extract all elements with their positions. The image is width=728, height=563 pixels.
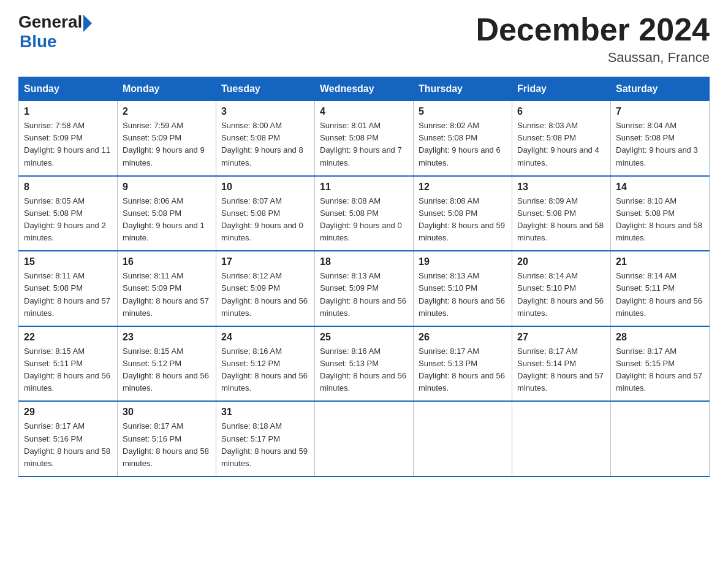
day-number: 8: [24, 182, 112, 193]
table-row: 22 Sunrise: 8:15 AMSunset: 5:11 PMDaylig…: [19, 326, 118, 402]
day-number: 30: [123, 407, 211, 418]
day-info: Sunrise: 8:01 AMSunset: 5:08 PMDaylight:…: [320, 121, 402, 167]
day-number: 20: [517, 256, 605, 267]
table-row: 17 Sunrise: 8:12 AMSunset: 5:09 PMDaylig…: [216, 251, 315, 326]
logo-arrow-icon: [83, 15, 92, 32]
day-number: 18: [320, 256, 408, 267]
day-number: 12: [419, 182, 507, 193]
table-row: 29 Sunrise: 8:17 AMSunset: 5:16 PMDaylig…: [19, 401, 118, 477]
table-row: 8 Sunrise: 8:05 AMSunset: 5:08 PMDayligh…: [19, 176, 118, 251]
table-row: 24 Sunrise: 8:16 AMSunset: 5:12 PMDaylig…: [216, 326, 315, 402]
table-row: 15 Sunrise: 8:11 AMSunset: 5:08 PMDaylig…: [19, 251, 118, 326]
day-info: Sunrise: 8:11 AMSunset: 5:08 PMDaylight:…: [24, 271, 110, 317]
table-row: 12 Sunrise: 8:08 AMSunset: 5:08 PMDaylig…: [414, 176, 512, 251]
day-number: 6: [517, 106, 605, 117]
day-info: Sunrise: 8:09 AMSunset: 5:08 PMDaylight:…: [517, 196, 604, 242]
table-row: 3 Sunrise: 8:00 AMSunset: 5:08 PMDayligh…: [216, 101, 315, 176]
calendar-body: 1 Sunrise: 7:58 AMSunset: 5:09 PMDayligh…: [19, 101, 710, 477]
location-subtitle: Saussan, France: [476, 50, 710, 66]
day-info: Sunrise: 8:12 AMSunset: 5:09 PMDaylight:…: [221, 271, 308, 317]
day-info: Sunrise: 8:17 AMSunset: 5:16 PMDaylight:…: [123, 421, 209, 467]
calendar-table: Sunday Monday Tuesday Wednesday Thursday…: [18, 77, 710, 477]
day-number: 2: [123, 106, 211, 117]
day-number: 9: [123, 182, 211, 193]
day-number: 22: [24, 332, 112, 343]
table-row: 14 Sunrise: 8:10 AMSunset: 5:08 PMDaylig…: [611, 176, 710, 251]
day-number: 21: [616, 256, 704, 267]
day-info: Sunrise: 8:00 AMSunset: 5:08 PMDaylight:…: [221, 121, 303, 167]
table-row: 25 Sunrise: 8:16 AMSunset: 5:13 PMDaylig…: [315, 326, 414, 402]
table-row: 23 Sunrise: 8:15 AMSunset: 5:12 PMDaylig…: [118, 326, 216, 402]
table-row: 26 Sunrise: 8:17 AMSunset: 5:13 PMDaylig…: [414, 326, 512, 402]
col-saturday: Saturday: [611, 77, 710, 101]
day-number: 24: [221, 332, 309, 343]
table-row: 1 Sunrise: 7:58 AMSunset: 5:09 PMDayligh…: [19, 101, 118, 176]
page-header: General Blue December 2024 Saussan, Fran…: [18, 12, 710, 66]
day-number: 13: [517, 182, 605, 193]
day-number: 15: [24, 256, 112, 267]
day-number: 1: [24, 106, 112, 117]
table-row: 10 Sunrise: 8:07 AMSunset: 5:08 PMDaylig…: [216, 176, 315, 251]
day-info: Sunrise: 8:13 AMSunset: 5:09 PMDaylight:…: [320, 271, 406, 317]
day-info: Sunrise: 8:08 AMSunset: 5:08 PMDaylight:…: [419, 196, 505, 242]
day-number: 4: [320, 106, 408, 117]
col-friday: Friday: [512, 77, 611, 101]
day-number: 28: [616, 332, 704, 343]
day-number: 5: [419, 106, 507, 117]
table-row: 28 Sunrise: 8:17 AMSunset: 5:15 PMDaylig…: [611, 326, 710, 402]
table-row: 30 Sunrise: 8:17 AMSunset: 5:16 PMDaylig…: [118, 401, 216, 477]
day-number: 27: [517, 332, 605, 343]
day-number: 29: [24, 407, 112, 418]
table-row: 9 Sunrise: 8:06 AMSunset: 5:08 PMDayligh…: [118, 176, 216, 251]
day-number: 16: [123, 256, 211, 267]
table-row: 31 Sunrise: 8:18 AMSunset: 5:17 PMDaylig…: [216, 401, 315, 477]
day-number: 3: [221, 106, 309, 117]
title-block: December 2024 Saussan, France: [476, 12, 710, 66]
day-info: Sunrise: 8:04 AMSunset: 5:08 PMDaylight:…: [616, 121, 698, 167]
table-row: 2 Sunrise: 7:59 AMSunset: 5:09 PMDayligh…: [118, 101, 216, 176]
day-info: Sunrise: 8:16 AMSunset: 5:13 PMDaylight:…: [320, 347, 406, 393]
table-row: 21 Sunrise: 8:14 AMSunset: 5:11 PMDaylig…: [611, 251, 710, 326]
day-info: Sunrise: 8:17 AMSunset: 5:14 PMDaylight:…: [517, 347, 604, 393]
day-number: 10: [221, 182, 309, 193]
day-info: Sunrise: 8:15 AMSunset: 5:12 PMDaylight:…: [123, 347, 209, 393]
day-info: Sunrise: 8:16 AMSunset: 5:12 PMDaylight:…: [221, 347, 308, 393]
col-thursday: Thursday: [414, 77, 512, 101]
day-info: Sunrise: 8:10 AMSunset: 5:08 PMDaylight:…: [616, 196, 702, 242]
col-sunday: Sunday: [19, 77, 118, 101]
day-info: Sunrise: 8:03 AMSunset: 5:08 PMDaylight:…: [517, 121, 599, 167]
logo-general-text: General: [18, 12, 82, 32]
table-row: 5 Sunrise: 8:02 AMSunset: 5:08 PMDayligh…: [414, 101, 512, 176]
table-row: 18 Sunrise: 8:13 AMSunset: 5:09 PMDaylig…: [315, 251, 414, 326]
day-info: Sunrise: 8:18 AMSunset: 5:17 PMDaylight:…: [221, 421, 308, 467]
day-info: Sunrise: 8:14 AMSunset: 5:10 PMDaylight:…: [517, 271, 604, 317]
col-tuesday: Tuesday: [216, 77, 315, 101]
col-wednesday: Wednesday: [315, 77, 414, 101]
table-row: 6 Sunrise: 8:03 AMSunset: 5:08 PMDayligh…: [512, 101, 611, 176]
table-row: 16 Sunrise: 8:11 AMSunset: 5:09 PMDaylig…: [118, 251, 216, 326]
day-number: 25: [320, 332, 408, 343]
day-info: Sunrise: 8:17 AMSunset: 5:16 PMDaylight:…: [24, 421, 110, 467]
logo-blue-text: Blue: [20, 32, 92, 52]
day-info: Sunrise: 8:08 AMSunset: 5:08 PMDaylight:…: [320, 196, 402, 242]
day-info: Sunrise: 7:58 AMSunset: 5:09 PMDaylight:…: [24, 121, 110, 167]
table-row: 4 Sunrise: 8:01 AMSunset: 5:08 PMDayligh…: [315, 101, 414, 176]
table-row: 13 Sunrise: 8:09 AMSunset: 5:08 PMDaylig…: [512, 176, 611, 251]
col-monday: Monday: [118, 77, 216, 101]
table-row: 20 Sunrise: 8:14 AMSunset: 5:10 PMDaylig…: [512, 251, 611, 326]
day-info: Sunrise: 8:17 AMSunset: 5:13 PMDaylight:…: [419, 347, 505, 393]
table-row: [611, 401, 710, 477]
day-info: Sunrise: 8:14 AMSunset: 5:11 PMDaylight:…: [616, 271, 702, 317]
day-info: Sunrise: 8:13 AMSunset: 5:10 PMDaylight:…: [419, 271, 505, 317]
day-number: 31: [221, 407, 309, 418]
day-info: Sunrise: 8:11 AMSunset: 5:09 PMDaylight:…: [123, 271, 209, 317]
logo: General Blue: [18, 12, 92, 52]
table-row: [315, 401, 414, 477]
month-year-title: December 2024: [476, 12, 710, 47]
day-info: Sunrise: 7:59 AMSunset: 5:09 PMDaylight:…: [123, 121, 205, 167]
day-info: Sunrise: 8:07 AMSunset: 5:08 PMDaylight:…: [221, 196, 303, 242]
day-info: Sunrise: 8:17 AMSunset: 5:15 PMDaylight:…: [616, 347, 702, 393]
table-row: [512, 401, 611, 477]
day-number: 19: [419, 256, 507, 267]
calendar-header: Sunday Monday Tuesday Wednesday Thursday…: [19, 77, 710, 101]
